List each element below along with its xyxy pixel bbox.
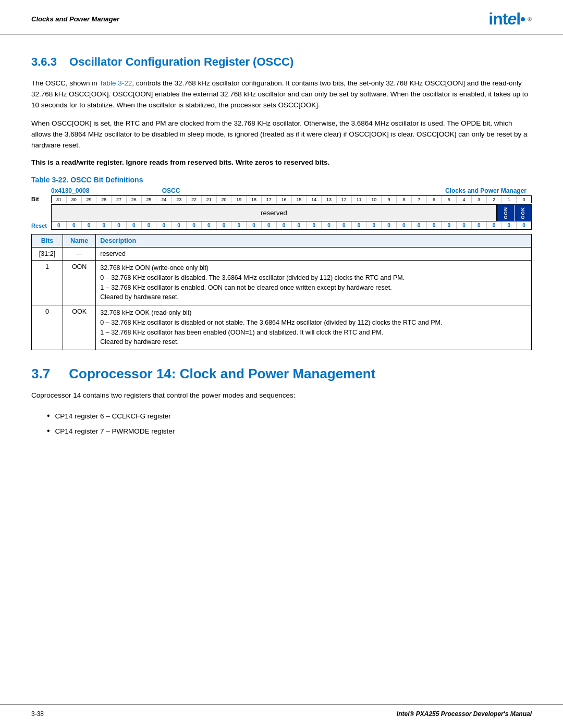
- row-name: OOK: [63, 305, 95, 350]
- bit-numbers: 31 30 29 28 27 26 25 24 23 22 21 20 19 1…: [51, 195, 532, 203]
- field-reserved: reserved: [52, 205, 497, 221]
- section-363-para2: When OSCC[OOK] is set, the RTC and PM ar…: [31, 118, 532, 151]
- header-title: Clocks and Power Manager: [31, 15, 119, 23]
- section-363-para1: The OSCC, shown in Table 3-22, controls …: [31, 78, 532, 111]
- bullet-list: CP14 register 6 – CCLKCFG register CP14 …: [47, 409, 532, 439]
- table-caption: Table 3-22. OSCC Bit Definitions: [31, 176, 532, 184]
- intel-logo: intel ®: [488, 9, 532, 29]
- intel-logo-dot: [521, 17, 525, 21]
- bits-table: Bits Name Description [31:2] — reserved …: [31, 234, 532, 350]
- table-row: [31:2] — reserved: [32, 248, 532, 261]
- col-header-desc: Description: [96, 235, 532, 248]
- section-37-title: Coprocessor 14: Clock and Power Manageme…: [69, 366, 375, 381]
- reset-label: Reset: [31, 223, 51, 229]
- row-desc: 32.768 kHz OOK (read-only bit) 0 – 32.76…: [96, 305, 532, 350]
- page: Clocks and Power Manager intel ® 3.6.3 O…: [0, 0, 563, 728]
- footer-doc-title: Intel® PXA255 Processor Developer's Manu…: [397, 710, 532, 718]
- table-header-row: Bits Name Description: [32, 235, 532, 248]
- table-link[interactable]: Table 3-22: [99, 79, 132, 87]
- col-header-bits: Bits: [32, 235, 63, 248]
- section-37-number: 3.7: [31, 366, 50, 381]
- section-363-title: Oscillator Configuration Register (OSCC): [69, 55, 293, 68]
- table-row: 1 OON 32.768 kHz OON (write-once only bi…: [32, 261, 532, 305]
- section-37-intro: Coprocessor 14 contains two registers th…: [31, 390, 532, 401]
- main-content: 3.6.3 Oscillator Configuration Register …: [0, 34, 563, 460]
- reg-addr: 0x4130_0008: [51, 187, 119, 194]
- list-item: CP14 register 6 – CCLKCFG register: [47, 409, 532, 424]
- section-363-number: 3.6.3: [31, 55, 57, 68]
- section-363-heading: 3.6.3 Oscillator Configuration Register …: [31, 55, 532, 69]
- bold-note: This is a read/write register. Ignore re…: [31, 158, 532, 166]
- section-37-heading: 3.7 Coprocessor 14: Clock and Power Mana…: [31, 366, 532, 382]
- reg-name: OSCC: [119, 187, 223, 194]
- row-desc: 32.768 kHz OON (write-once only bit) 0 –…: [96, 261, 532, 305]
- reset-row: Reset 0 0 0 0 0 0 0 0 0 0 0 0 0 0 0 0 0 …: [31, 221, 532, 230]
- field-oon: OON: [497, 205, 514, 221]
- reset-bits: 0 0 0 0 0 0 0 0 0 0 0 0 0 0 0 0 0 0 0 0: [51, 221, 532, 230]
- row-bits: 1: [32, 261, 63, 305]
- row-name: OON: [63, 261, 95, 305]
- table-row: 0 OOK 32.768 kHz OOK (read-only bit) 0 –…: [32, 305, 532, 350]
- row-name: —: [63, 248, 95, 261]
- reg-doc: Clocks and Power Manager: [223, 187, 532, 194]
- row-bits: 0: [32, 305, 63, 350]
- list-item: CP14 register 7 – PWRMODE register: [47, 424, 532, 439]
- register-fields-row: reserved OON OOK: [51, 204, 532, 222]
- footer-page-number: 3-38: [31, 710, 44, 718]
- col-header-name: Name: [63, 235, 95, 248]
- field-ook: OOK: [515, 205, 531, 221]
- bit-numbers-row: Bit 31 30 29 28 27 26 25 24 23 22 21 20 …: [31, 195, 532, 203]
- bit-label: Bit: [31, 196, 51, 202]
- page-header: Clocks and Power Manager intel ®: [0, 0, 563, 34]
- row-desc: reserved: [96, 248, 532, 261]
- reg-header: 0x4130_0008 OSCC Clocks and Power Manage…: [31, 187, 532, 194]
- row-bits: [31:2]: [32, 248, 63, 261]
- page-footer: 3-38 Intel® PXA255 Processor Developer's…: [0, 705, 563, 718]
